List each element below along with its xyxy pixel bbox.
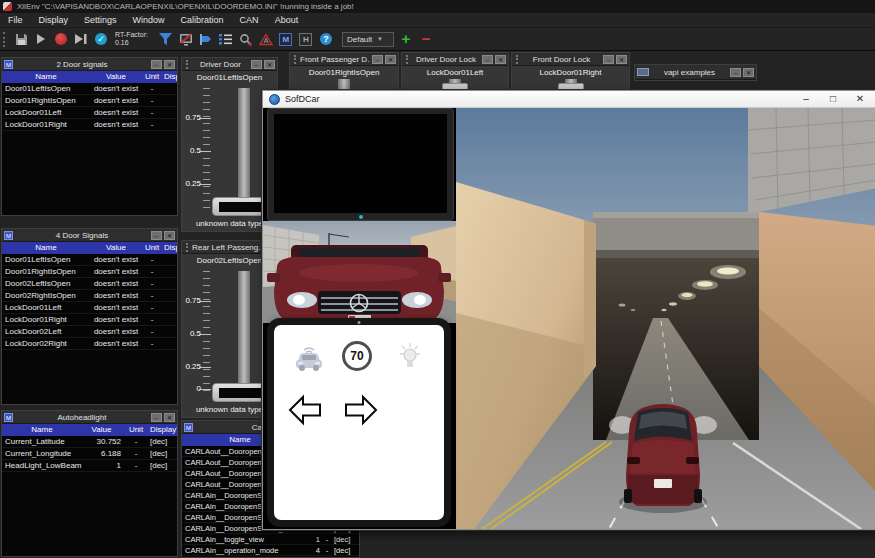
mdi-m-icon: M: [4, 231, 13, 240]
panel-vapi-titlebar[interactable]: vapi examples – ✕: [635, 65, 756, 80]
menu-file[interactable]: File: [0, 13, 31, 28]
svg-text:A: A: [264, 37, 269, 44]
xilenv-main-window: XilEnv "C:\VAPISANDBOX\CARLAOPENXIL\OPEN…: [0, 0, 875, 558]
menu-about[interactable]: About: [267, 13, 307, 28]
table-row[interactable]: LockDoor01Rightdoesn't exist-: [2, 314, 177, 326]
sofdcar-titlebar[interactable]: SofDCar – □ ✕: [263, 91, 875, 108]
close-button[interactable]: ✕: [164, 413, 175, 422]
menu-calibration[interactable]: Calibration: [173, 13, 232, 28]
panel-driver-door-titlebar[interactable]: Driver Door – ✕: [182, 58, 277, 71]
panel-front-passenger-titlebar[interactable]: Front Passenger D... – ✕: [290, 53, 398, 66]
hmi-panel: 70: [274, 325, 444, 520]
table-row[interactable]: Door02LeftIsOpendoesn't exist-: [2, 278, 177, 290]
h-window-button[interactable]: H: [298, 31, 314, 47]
vapi-icon: [637, 68, 649, 76]
minimize-button[interactable]: –: [151, 60, 162, 69]
panel-4-door-signals: M 4 Door Signals – ✕ Name Value Unit Dis…: [1, 228, 178, 405]
menu-can[interactable]: CAN: [232, 13, 267, 28]
table-row[interactable]: LockDoor01Leftdoesn't exist-: [2, 107, 177, 119]
grip-icon: [516, 55, 520, 64]
minimize-button[interactable]: –: [795, 91, 817, 107]
close-button[interactable]: ✕: [264, 60, 275, 69]
table-row[interactable]: LockDoor02Rightdoesn't exist-: [2, 338, 177, 350]
tick-label: 0: [181, 385, 201, 393]
table-row[interactable]: Door01LeftIsOpendoesn't exist-: [2, 254, 177, 266]
table-row[interactable]: Current_Longitude6.188-[dec]: [2, 448, 177, 460]
table-row[interactable]: Door02RightIsOpendoesn't exist-: [2, 290, 177, 302]
panel-autoheadlight-titlebar[interactable]: M Autoheadlight – ✕: [2, 411, 177, 424]
error-log-button[interactable]: A: [258, 31, 274, 47]
panel-4-door-titlebar[interactable]: M 4 Door Signals – ✕: [2, 229, 177, 242]
rt-toggle-button[interactable]: ✓: [93, 31, 109, 47]
add-sheet-button[interactable]: +: [398, 31, 414, 47]
close-button[interactable]: ✕: [743, 68, 754, 77]
table-row[interactable]: Door01RightIsOpendoesn't exist-: [2, 95, 177, 107]
panel-title: Autoheadlight: [15, 413, 149, 422]
table-row[interactable]: Door01RightIsOpendoesn't exist-: [2, 266, 177, 278]
flag-button[interactable]: [198, 31, 214, 47]
table-row[interactable]: Current_Latitude30.752-[dec]: [2, 436, 177, 448]
window-titlebar[interactable]: XilEnv "C:\VAPISANDBOX\CARLAOPENXIL\OPEN…: [0, 0, 875, 13]
tunnel-scene: [456, 108, 875, 529]
slider-groove[interactable]: [238, 88, 250, 202]
minimize-button[interactable]: –: [730, 68, 741, 77]
front-camera-view[interactable]: [263, 221, 456, 323]
panel-driver-lock-titlebar[interactable]: Driver Door Lock – ✕: [402, 53, 508, 66]
menu-settings[interactable]: Settings: [76, 13, 125, 28]
save-button[interactable]: [13, 31, 29, 47]
menu-window[interactable]: Window: [125, 13, 173, 28]
close-button[interactable]: ✕: [616, 55, 627, 64]
run-button[interactable]: [33, 31, 49, 47]
signal-list-button[interactable]: [218, 31, 234, 47]
table-row[interactable]: HeadLight_LowBeam1-[dec]: [2, 460, 177, 472]
record-button[interactable]: [53, 31, 69, 47]
rt-factor-readout: RT-Factor: 0.16: [115, 31, 148, 47]
remove-sheet-button[interactable]: −: [418, 31, 434, 47]
close-button[interactable]: ✕: [495, 55, 506, 64]
minimize-button[interactable]: –: [482, 55, 493, 64]
step-button[interactable]: [73, 31, 89, 47]
headlight-button[interactable]: [398, 341, 422, 371]
minimize-button[interactable]: –: [251, 60, 262, 69]
table-row[interactable]: CARLAin__toggle_view1-[dec]: [182, 534, 359, 545]
m-window-button[interactable]: M: [278, 31, 294, 47]
scheme-select[interactable]: Default ▾: [342, 32, 394, 47]
close-button[interactable]: ✕: [164, 231, 175, 240]
tick-label: 0.25: [181, 180, 201, 188]
panel-2-door-titlebar[interactable]: M 2 Door signals – ✕: [2, 58, 177, 71]
close-button[interactable]: ✕: [164, 60, 175, 69]
grip-icon: [294, 55, 298, 64]
search-button[interactable]: [238, 31, 254, 47]
toolbar-grip[interactable]: [3, 32, 7, 47]
open-right-door-button[interactable]: [342, 393, 380, 427]
minimize-button[interactable]: –: [151, 413, 162, 422]
close-button[interactable]: ✕: [385, 55, 396, 64]
table-row[interactable]: LockDoor01Rightdoesn't exist-: [2, 119, 177, 131]
autonomous-car-button[interactable]: [292, 343, 326, 373]
display-config-button[interactable]: [178, 31, 194, 47]
minus-icon: −: [422, 33, 431, 45]
panel-front-lock-titlebar[interactable]: Front Door Lock – ✕: [512, 53, 629, 66]
chevron-down-icon: ▾: [378, 35, 382, 43]
speed-limit-value: 70: [350, 349, 363, 363]
slider-handle[interactable]: [212, 383, 268, 402]
menu-display[interactable]: Display: [31, 13, 77, 28]
minimize-button[interactable]: –: [603, 55, 614, 64]
minimize-button[interactable]: –: [372, 55, 383, 64]
slider-handle[interactable]: [212, 197, 268, 216]
open-left-door-button[interactable]: [286, 393, 324, 427]
table-row[interactable]: LockDoor02Leftdoesn't exist-: [2, 326, 177, 338]
simulation-viewport[interactable]: [456, 108, 875, 529]
table-row[interactable]: CARLAin__operation_mode4-[dec]: [182, 545, 359, 556]
table-row[interactable]: Door01LeftIsOpendoesn't exist-: [2, 83, 177, 95]
maximize-button[interactable]: □: [822, 91, 844, 107]
tablet-camera-dot: [358, 321, 361, 324]
autonomous-car-icon: [293, 344, 325, 372]
table-row[interactable]: LockDoor01Leftdoesn't exist-: [2, 302, 177, 314]
filter-button[interactable]: [158, 31, 174, 47]
close-button[interactable]: ✕: [849, 91, 871, 107]
minimize-button[interactable]: –: [151, 231, 162, 240]
slider-groove[interactable]: [238, 271, 250, 388]
speed-limit-button[interactable]: 70: [342, 341, 372, 371]
help-button[interactable]: ?: [318, 31, 334, 47]
